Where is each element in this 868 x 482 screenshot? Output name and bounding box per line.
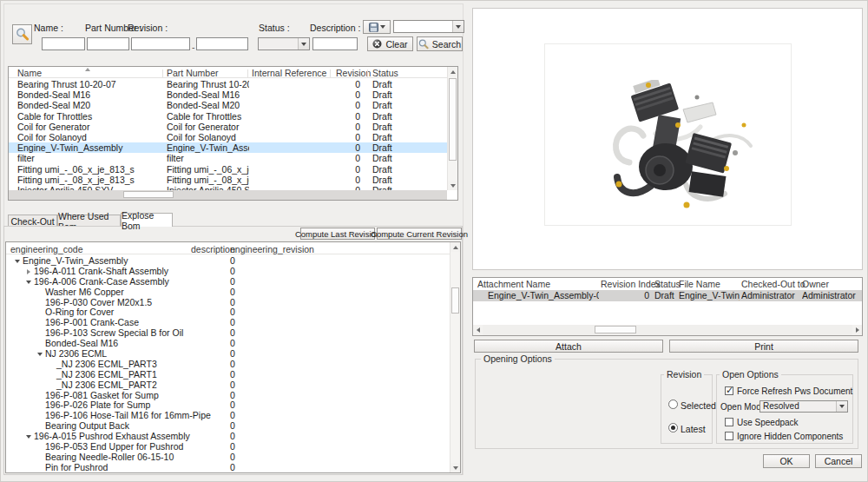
- name-input[interactable]: [42, 37, 85, 50]
- table-row[interactable]: Bonded-Seal M20Bonded-Seal M200Draft: [9, 100, 447, 110]
- table-row[interactable]: Coil for SolanoydCoil for Solanoyd0Draft: [9, 132, 447, 142]
- use-speedpack-checkbox[interactable]: [725, 418, 733, 426]
- results-horizontal-scrollbar[interactable]: [9, 190, 447, 200]
- radio-selected[interactable]: [668, 399, 678, 409]
- results-vertical-scrollbar[interactable]: [447, 67, 457, 190]
- status-label: Status :: [259, 23, 290, 33]
- saved-search-select[interactable]: [393, 20, 464, 33]
- force-refresh-checkbox[interactable]: [725, 386, 733, 395]
- radio-latest[interactable]: [668, 423, 678, 432]
- column-header-name[interactable]: Name: [17, 68, 42, 78]
- revision-separator: -: [192, 42, 195, 52]
- search-icon: [418, 39, 429, 50]
- collapse-icon[interactable]: [11, 256, 23, 267]
- table-row[interactable]: Fitting umi_-_08_x_je_813_sFitting umi_-…: [9, 175, 447, 185]
- column-header-engineering-code[interactable]: engineering_code: [10, 244, 83, 254]
- table-row[interactable]: Fitting umi_-_06_x_je_813_sFitting umi_-…: [9, 164, 447, 175]
- column-header-status[interactable]: Status: [654, 279, 681, 289]
- table-row[interactable]: Coil for GeneratorCoil for Generator0Dra…: [9, 122, 447, 132]
- force-refresh-label: Force Refresh Pws Document: [737, 386, 852, 396]
- bom-vertical-scrollbar[interactable]: [450, 242, 460, 472]
- tab-explose-bom[interactable]: Explose Bom: [121, 213, 173, 227]
- column-header-file-name[interactable]: File Name: [679, 279, 720, 289]
- table-row[interactable]: Bearing Thrust 10-20-07Bearing Thrust 10…: [9, 79, 447, 89]
- column-header-internal-reference[interactable]: Internal Reference: [252, 68, 326, 78]
- table-row[interactable]: Bonded-Seal M16Bonded-Seal M160Draft: [9, 89, 447, 100]
- bom-tree-row[interactable]: Pin for Pushrod0: [6, 463, 450, 473]
- chevron-down-icon: [298, 38, 309, 50]
- bom-tree-header: engineering_code description engineering…: [6, 242, 450, 254]
- ok-button[interactable]: OK: [763, 454, 810, 468]
- attachment-row[interactable]: Engine_V-Twin_Assembly-0000020DraftEngin…: [473, 290, 862, 301]
- collapse-icon[interactable]: [23, 277, 34, 287]
- compute-current-revision-button[interactable]: Compute Current Revision: [377, 228, 462, 240]
- bom-tree-row[interactable]: _NJ 2306 ECML_PART20: [6, 380, 450, 391]
- print-button[interactable]: Print: [669, 340, 858, 353]
- column-header-description[interactable]: description: [191, 244, 235, 254]
- tab-check-out[interactable]: Check-Out: [8, 215, 57, 227]
- attachments-rows: Engine_V-Twin_Assembly-0000020DraftEngin…: [473, 290, 862, 323]
- description-input[interactable]: [312, 37, 358, 50]
- table-row[interactable]: Cable for ThrottlesCable for Throttles0D…: [9, 111, 447, 122]
- column-header-checked-out-to[interactable]: Checked-Out to: [741, 279, 806, 289]
- description-label: Description :: [310, 23, 360, 33]
- expand-icon[interactable]: [23, 267, 34, 277]
- table-row[interactable]: Engine_V-Twin_AssemblyEngine_V-Twin_Asse…: [9, 142, 447, 153]
- bom-tree-table: engineering_code description engineering…: [5, 241, 461, 473]
- magnifier-wrench-icon: [15, 27, 30, 42]
- open-mode-select[interactable]: Resolved: [760, 400, 848, 413]
- attachments-horizontal-scrollbar[interactable]: [473, 325, 862, 335]
- scroll-down-button[interactable]: [450, 463, 461, 472]
- revision-group-title: Revision: [664, 369, 704, 380]
- column-header-revision[interactable]: Revision: [336, 68, 371, 78]
- bom-tree-row[interactable]: _NJ 2306 ECML_PART30: [6, 360, 450, 370]
- attachments-header: Attachment Name Revision Index Status Fi…: [473, 278, 862, 289]
- column-header-status[interactable]: Status: [372, 68, 398, 78]
- column-header-part-number[interactable]: Part Number: [167, 68, 219, 78]
- revision-label: Revision :: [128, 23, 168, 33]
- ignore-hidden-checkbox[interactable]: [725, 432, 733, 440]
- column-header-engineering-revision[interactable]: engineering_revision: [230, 244, 314, 254]
- compute-last-revision-button[interactable]: Compute Last Revision: [300, 228, 375, 240]
- scroll-left-button[interactable]: [473, 325, 483, 335]
- preview-panel: [472, 8, 863, 270]
- clear-button[interactable]: Clear: [367, 36, 413, 51]
- open-mode-value: Resolved: [760, 401, 836, 412]
- tab-where-used-bom[interactable]: Where Used Bom: [57, 215, 121, 227]
- column-header-attachment-name[interactable]: Attachment Name: [477, 279, 550, 289]
- use-speedpack-label: Use Speedpack: [737, 418, 799, 427]
- radio-selected-label: Selected: [681, 400, 716, 411]
- revision-to-input[interactable]: [196, 37, 248, 50]
- attachments-table: Attachment Name Revision Index Status Fi…: [472, 277, 863, 336]
- save-search-split-button[interactable]: [363, 20, 391, 34]
- attach-button[interactable]: Attach: [474, 340, 663, 353]
- scroll-up-button[interactable]: [448, 67, 458, 76]
- chevron-down-icon: [836, 401, 847, 412]
- bom-tree-row[interactable]: 196-A-011 Crank-Shaft Assembly0: [6, 267, 450, 277]
- name-label: Name :: [34, 23, 63, 33]
- bom-tree-rows: Engine_V-Twin_Assembly0196-A-011 Crank-S…: [6, 256, 450, 473]
- status-select[interactable]: [258, 37, 310, 50]
- cancel-button[interactable]: Cancel: [815, 454, 862, 468]
- search-button[interactable]: Search: [417, 36, 463, 51]
- chevron-down-icon: [380, 25, 385, 29]
- clear-icon: [372, 39, 382, 49]
- scroll-down-button[interactable]: [448, 181, 458, 190]
- advanced-search-button[interactable]: [12, 24, 32, 44]
- bom-tree-row[interactable]: _NJ 2306 ECML_PART10: [6, 370, 450, 380]
- radio-latest-label: Latest: [681, 424, 706, 434]
- bom-tree-row[interactable]: 196-A-006 Crank-Case Assembly0: [6, 277, 450, 287]
- clear-button-label: Clear: [385, 39, 407, 50]
- part-number-input[interactable]: [87, 37, 129, 50]
- open-options-group: Open Options Force Refresh Pws Document …: [716, 374, 853, 444]
- column-header-revision-index[interactable]: Revision Index: [601, 279, 661, 289]
- collapse-icon[interactable]: [23, 432, 34, 442]
- plm-search-window: Name : Part Number : Revision : Status :…: [0, 0, 868, 482]
- table-row[interactable]: filterfilter0Draft: [9, 153, 447, 163]
- column-header-owner[interactable]: Owner: [802, 279, 829, 289]
- bom-tree-row[interactable]: Washer M6 Copper0: [6, 287, 450, 298]
- revision-input[interactable]: [131, 37, 190, 50]
- scroll-right-button[interactable]: [852, 325, 862, 335]
- collapse-icon[interactable]: [34, 349, 45, 360]
- scroll-up-button[interactable]: [450, 242, 461, 252]
